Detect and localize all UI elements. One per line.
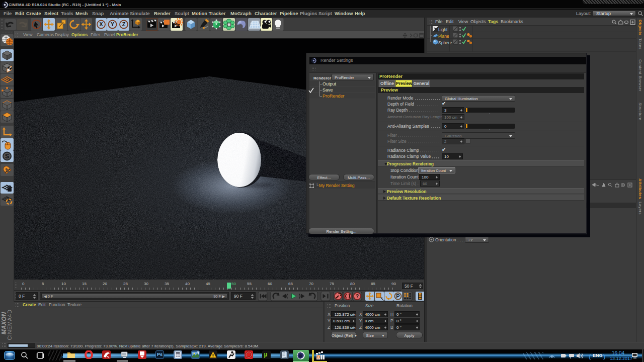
svg-text:Z: Z xyxy=(122,21,126,27)
svg-text:S: S xyxy=(5,153,9,160)
svg-text:?: ? xyxy=(356,294,359,299)
svg-text:X: X xyxy=(99,21,103,27)
svg-text:P: P xyxy=(396,293,399,299)
svg-text:Y: Y xyxy=(111,21,114,27)
